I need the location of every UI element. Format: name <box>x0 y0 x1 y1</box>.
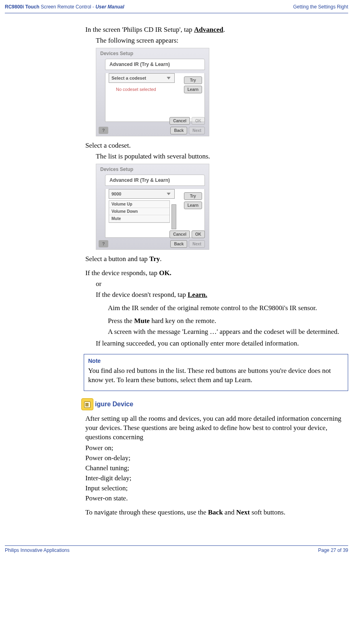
step-2-text: Select a codeset. <box>85 141 348 150</box>
bullet-power-on: Power on; <box>85 444 348 453</box>
note-title: Note <box>88 358 344 364</box>
ss1-next-button[interactable]: Next <box>189 127 205 134</box>
ss2-next-button[interactable]: Next <box>189 240 205 248</box>
ss1-try-button[interactable]: Try <box>184 76 202 84</box>
ss2-list-item-volume-down[interactable]: Volume Down <box>109 208 169 215</box>
footer-right: Page 27 of 39 <box>318 547 348 553</box>
step-4-text: If the device responds, tap OK. <box>85 269 348 278</box>
ss2-help-button[interactable]: ? <box>99 240 108 247</box>
bullet-inter-digit-delay: Inter-digit delay; <box>85 474 348 483</box>
step-4-ok: OK. <box>159 269 171 277</box>
ss1-cancel-button[interactable]: Cancel <box>169 117 190 125</box>
note-body: You find also red buttons in the list. T… <box>88 366 344 385</box>
header-subtitle-plain: Screen Remote Control - <box>39 4 95 10</box>
ss2-cancel-button[interactable]: Cancel <box>169 230 190 238</box>
footer-left: Philips Innovative Applications <box>5 547 70 553</box>
content-area: In the screen 'Philips CD IR Setup', tap… <box>85 25 348 517</box>
ss2-try-button[interactable]: Try <box>184 192 202 200</box>
nav-back: Back <box>208 508 223 516</box>
step-4-a: If the device responds, tap <box>85 269 159 277</box>
chevron-down-icon <box>165 191 172 197</box>
section-title: igure Device <box>95 401 133 408</box>
ss2-back-button[interactable]: Back <box>170 240 187 248</box>
step-1-part-a: In the screen 'Philips CD IR Setup', tap <box>85 26 194 33</box>
ss2-title: Devices Setup <box>96 164 209 173</box>
step-4-learn: Learn. <box>188 291 207 298</box>
header-rule <box>5 13 348 13</box>
step-4-press-a: Press the <box>108 317 134 325</box>
product-name: RC9800i Touch <box>5 4 39 10</box>
header-right: Getting the Settings Right <box>293 4 348 10</box>
step-4-sub-a: If the device doesn't respond, tap <box>96 291 188 298</box>
ss1-body: Select a codeset No codeset selected Try… <box>105 73 205 122</box>
ss1-back-button[interactable]: Back <box>170 127 187 134</box>
header-user-manual: User Manual <box>95 4 124 10</box>
step-1-advanced: Advanced <box>194 26 223 33</box>
ss1-codeset-dropdown[interactable]: Select a codeset <box>109 73 175 83</box>
step-3-c: . <box>160 255 161 263</box>
ss1-codeset-label: Select a codeset <box>111 76 146 80</box>
ss1-tab: Advanced IR (Try & Learn) <box>105 59 205 70</box>
ss2-tab: Advanced IR (Try & Learn) <box>105 175 205 186</box>
config-intro: After setting up all the rooms and devic… <box>85 414 348 442</box>
ss2-learn-button[interactable]: Learn <box>184 202 202 209</box>
step-3-a: Select a button and tap <box>85 255 149 263</box>
step-4-succeed: If learning succeeded, you can optionall… <box>96 339 348 348</box>
note-box: Note You find also red buttons in the li… <box>84 354 348 391</box>
ss1-ok-button[interactable]: OK <box>192 117 205 125</box>
ss2-codeset-value: 9000 <box>111 191 121 196</box>
chevron-down-icon <box>165 75 172 81</box>
ss1-learn-button[interactable]: Learn <box>184 86 202 93</box>
screenshot-devices-setup-1: Devices Setup Advanced IR (Try & Learn) … <box>96 48 209 136</box>
step-1-part-c: . <box>223 26 225 33</box>
ss1-help-button[interactable]: ? <box>99 127 108 134</box>
page-header: RC9800i Touch Screen Remote Control - Us… <box>5 4 348 10</box>
step-4-mute: Mute <box>134 317 150 325</box>
step-4-aim: Aim the IR sender of the original remote… <box>108 304 348 313</box>
step-3-text: Select a button and tap Try. <box>85 255 348 264</box>
page-footer: Philips Innovative Applications Page 27 … <box>5 545 348 553</box>
nav-next: Next <box>236 508 250 516</box>
ss2-scrollbar[interactable] <box>171 204 176 229</box>
ss2-ok-button[interactable]: OK <box>192 230 205 238</box>
step-1-sub: The following screen appears: <box>96 36 348 45</box>
bullet-power-on-delay: Power on-delay; <box>85 454 348 463</box>
header-left: RC9800i Touch Screen Remote Control - Us… <box>5 4 124 10</box>
step-1-text: In the screen 'Philips CD IR Setup', tap… <box>85 25 348 35</box>
config-nav: To navigate through these questions, use… <box>85 508 348 517</box>
step-4-press: Press the Mute hard key on the remote. <box>108 317 348 326</box>
step-4-learn-line: If the device doesn't respond, tap Learn… <box>96 290 348 300</box>
ss2-list-item-volume-up[interactable]: Volume Up <box>109 201 169 208</box>
step-4-or: or <box>96 280 348 289</box>
step-2-sub: The list is populated with several butto… <box>96 152 348 161</box>
notes-icon <box>81 398 93 410</box>
bullet-channel-tuning: Channel tuning; <box>85 464 348 473</box>
nav-c: and <box>223 508 236 516</box>
config-bullets: Power on; Power on-delay; Channel tuning… <box>85 444 348 503</box>
ss1-title: Devices Setup <box>96 48 209 57</box>
bullet-input-selection: Input selection; <box>85 484 348 493</box>
step-4-press-c: hard key on the remote. <box>150 317 216 325</box>
nav-e: soft buttons. <box>250 508 285 516</box>
bullet-power-on-state: Power-on state. <box>85 494 348 503</box>
ss2-list-item-mute[interactable]: Mute <box>109 215 169 222</box>
step-4-result: A screen with the message 'Learning …' a… <box>108 327 348 337</box>
screenshot-devices-setup-2: Devices Setup Advanced IR (Try & Learn) … <box>96 164 209 250</box>
nav-a: To navigate through these questions, use… <box>85 508 208 516</box>
step-3-try: Try <box>149 255 160 263</box>
section-heading: igure Device <box>81 398 348 410</box>
ss2-button-list: Volume Up Volume Down Mute <box>109 200 170 223</box>
ss2-codeset-dropdown[interactable]: 9000 <box>109 189 175 199</box>
